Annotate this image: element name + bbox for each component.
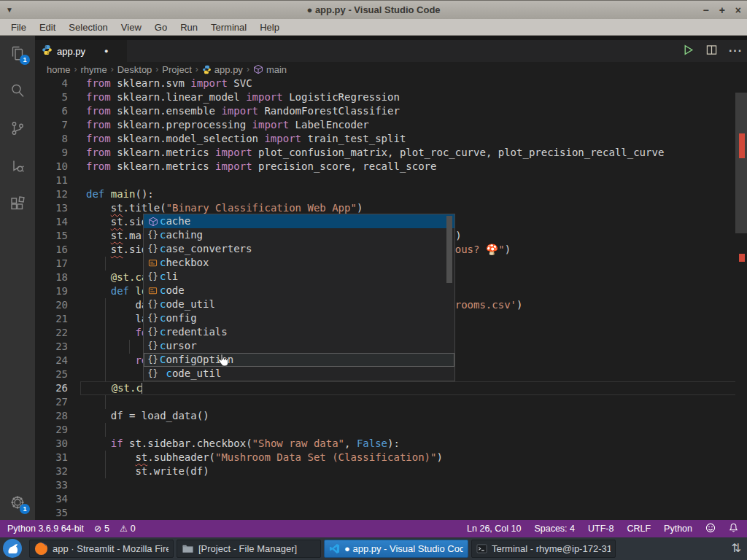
screen: ▼ ● app.py - Visual Studio Code − + × Fi… xyxy=(0,0,747,560)
code-line-11[interactable]: 11 xyxy=(35,174,735,187)
indent-guide xyxy=(105,312,106,326)
applications-menu-icon[interactable] xyxy=(2,538,23,559)
code-line-9[interactable]: 9from sklearn.metrics import plot_confus… xyxy=(35,146,735,160)
settings-badge: 1 xyxy=(20,504,30,514)
menu-view[interactable]: View xyxy=(116,20,147,34)
run-file-button[interactable] xyxy=(682,44,694,59)
indent-guide xyxy=(105,326,106,340)
window-title: ● app.py - Visual Studio Code xyxy=(0,4,747,15)
editor-scrollbar[interactable] xyxy=(735,77,747,520)
settings-gear-icon[interactable]: 1 xyxy=(9,494,26,511)
taskbar-window-vscode[interactable]: ● app.py - Visual Studio Code xyxy=(324,540,468,558)
suggestion-caching[interactable]: {}caching xyxy=(144,228,454,242)
indent-guide xyxy=(105,257,106,271)
suggestion-credentials[interactable]: {}credentials xyxy=(144,325,454,339)
split-editor-button[interactable] xyxy=(706,44,717,58)
suggestion-checkbox[interactable]: checkbox xyxy=(144,256,454,270)
code-line-26[interactable]: 26 @st.c xyxy=(35,381,735,395)
suggestion-code[interactable]: code xyxy=(144,284,454,298)
menu-file[interactable]: File xyxy=(6,20,31,34)
breadcrumb: home›rhyme›Desktop›Project›app.py›main xyxy=(35,62,735,77)
suggestion-config[interactable]: {}config xyxy=(144,311,454,325)
code-line-30[interactable]: 30 if st.sidebar.checkbox("Show raw data… xyxy=(35,437,735,451)
suggestion-ConfigOption[interactable]: {}ConfigOption xyxy=(144,353,454,367)
code-line-27[interactable]: 27 xyxy=(35,395,735,409)
more-actions-button[interactable]: ··· xyxy=(729,44,743,58)
code-line-35[interactable]: 35 xyxy=(35,506,735,520)
close-button[interactable]: × xyxy=(735,4,741,16)
status-eol[interactable]: CRLF xyxy=(627,524,651,534)
status-cursor-position[interactable]: Ln 26, Col 10 xyxy=(467,524,521,534)
scrollbar-thumb[interactable] xyxy=(735,93,747,233)
status-python-version[interactable]: Python 3.6.9 64-bit xyxy=(7,524,84,534)
taskbar-window-firefox[interactable]: app · Streamlit - Mozilla Firef... xyxy=(29,540,174,558)
breadcrumb-item-rhyme[interactable]: rhyme xyxy=(81,64,107,75)
code-line-34[interactable]: 34 xyxy=(35,492,735,506)
menu-terminal[interactable]: Terminal xyxy=(206,20,252,34)
line-number: 21 xyxy=(35,312,80,326)
module-icon: {} xyxy=(146,242,160,256)
search-icon[interactable] xyxy=(9,82,26,99)
line-number: 33 xyxy=(35,478,80,492)
line-number: 27 xyxy=(35,395,80,409)
maximize-button[interactable]: + xyxy=(719,4,725,16)
code-line-8[interactable]: 8from sklearn.model_selection import tra… xyxy=(35,132,735,146)
code-line-6[interactable]: 6from sklearn.ensemble import RandomFore… xyxy=(35,104,735,118)
suggestion-case_converters[interactable]: {}case_converters xyxy=(144,242,454,256)
desktop-taskbar: app · Streamlit - Mozilla Firef...[Proje… xyxy=(0,537,747,560)
code-line-32[interactable]: 32 st.write(df) xyxy=(35,464,735,478)
taskbar-window-terminal[interactable]: Terminal - rhyme@ip-172-31... xyxy=(471,540,616,558)
status-errors[interactable]: ⊘5 xyxy=(94,524,109,534)
breadcrumb-item-Project[interactable]: Project xyxy=(162,64,191,75)
extensions-icon[interactable] xyxy=(9,195,26,213)
suggestion-cache[interactable]: cache xyxy=(144,214,454,228)
taskbar-window-file-manager[interactable]: [Project - File Manager] xyxy=(177,540,321,558)
code-line-7[interactable]: 7from sklearn.preprocessing import Label… xyxy=(35,118,735,132)
breadcrumb-item-Desktop[interactable]: Desktop xyxy=(117,64,152,75)
code-line-31[interactable]: 31 st.subheader("Mushroom Data Set (Clas… xyxy=(35,451,735,464)
notifications-bell-icon[interactable] xyxy=(729,523,738,534)
feedback-smiley-icon[interactable] xyxy=(705,523,716,535)
code-line-28[interactable]: 28 df = load_data() xyxy=(35,409,735,423)
status-bar: Python 3.6.9 64-bit⊘5⚠0 Ln 26, Col 10Spa… xyxy=(0,520,747,537)
menu-run[interactable]: Run xyxy=(175,20,203,34)
indent-guide xyxy=(105,451,106,464)
code-line-29[interactable]: 29 xyxy=(35,423,735,437)
menu-go[interactable]: Go xyxy=(150,20,172,34)
line-number: 17 xyxy=(35,257,80,271)
workspace-switcher-icon[interactable]: ⇅ xyxy=(732,541,741,555)
line-number: 16 xyxy=(35,243,80,257)
code-line-4[interactable]: 4from sklearn.svm import SVC xyxy=(35,77,735,90)
popup-scrollbar-thumb[interactable] xyxy=(446,216,452,283)
status-language-mode[interactable]: Python xyxy=(664,524,692,534)
menu-edit[interactable]: Edit xyxy=(34,20,61,34)
code-line-12[interactable]: 12def main(): xyxy=(35,187,735,201)
explorer-icon[interactable]: 1 xyxy=(9,44,26,62)
line-number: 28 xyxy=(35,409,80,423)
suggestion-code_util[interactable]: {} code_util xyxy=(144,367,454,381)
line-number: 26 xyxy=(35,381,80,395)
line-number: 9 xyxy=(35,146,80,160)
run-debug-icon[interactable] xyxy=(9,158,26,175)
source-control-icon[interactable] xyxy=(9,120,26,137)
line-number: 20 xyxy=(35,298,80,312)
status-warnings[interactable]: ⚠0 xyxy=(120,524,136,534)
line-number: 12 xyxy=(35,187,80,201)
tab-app-py[interactable]: app.py ● xyxy=(35,40,127,62)
code-line-33[interactable]: 33 xyxy=(35,478,735,492)
suggestion-cli[interactable]: {}cli xyxy=(144,270,454,284)
code-line-5[interactable]: 5from sklearn.linear_model import Logist… xyxy=(35,90,735,104)
tab-modified-dot[interactable]: ● xyxy=(104,47,108,55)
status-indentation[interactable]: Spaces: 4 xyxy=(534,524,575,534)
suggestion-code_util[interactable]: {}code_util xyxy=(144,298,454,311)
breadcrumb-item-apppy[interactable]: app.py xyxy=(202,64,243,75)
menu-selection[interactable]: Selection xyxy=(63,20,112,34)
class-icon xyxy=(146,217,160,227)
breadcrumb-item-home[interactable]: home xyxy=(47,64,71,75)
minimize-button[interactable]: − xyxy=(703,4,708,16)
menu-help[interactable]: Help xyxy=(255,20,285,34)
suggestion-cursor[interactable]: {}cursor xyxy=(144,339,454,353)
status-encoding[interactable]: UTF-8 xyxy=(588,524,614,534)
code-line-10[interactable]: 10from sklearn.metrics import precision_… xyxy=(35,160,735,174)
breadcrumb-item-main[interactable]: main xyxy=(253,64,287,75)
